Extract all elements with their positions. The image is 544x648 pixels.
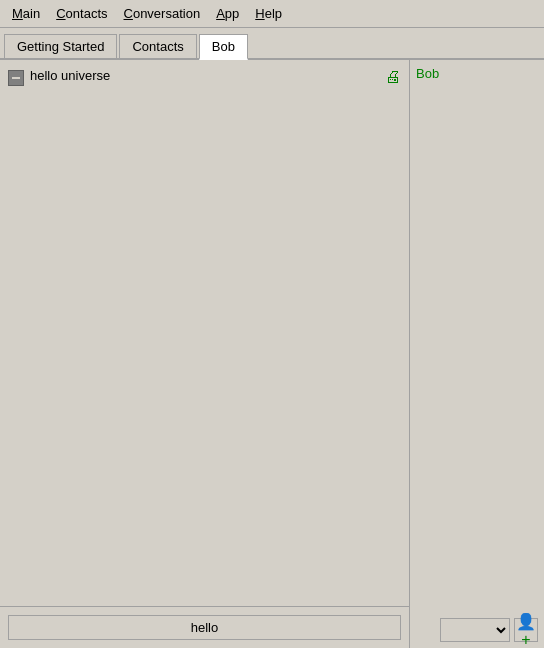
menu-help[interactable]: Help — [247, 4, 290, 23]
menu-conversation[interactable]: Conversation — [116, 4, 209, 23]
status-dropdown[interactable]: Available Away Busy — [440, 618, 510, 642]
menu-bar: Main Contacts Conversation App Help — [0, 0, 544, 28]
right-panel: Bob Available Away Busy 👤+ — [410, 60, 544, 648]
tab-bob[interactable]: Bob — [199, 34, 248, 60]
tab-contacts[interactable]: Contacts — [119, 34, 196, 58]
input-area — [0, 606, 409, 648]
chat-area: hello universe 🖨 — [0, 60, 409, 606]
menu-main[interactable]: Main — [4, 4, 48, 23]
left-panel: hello universe 🖨 — [0, 60, 410, 648]
message-text: hello universe — [30, 68, 110, 83]
add-contact-button[interactable]: 👤+ — [514, 618, 538, 642]
message-input[interactable] — [8, 615, 401, 640]
menu-app[interactable]: App — [208, 4, 247, 23]
send-icon[interactable]: 🖨 — [385, 68, 401, 86]
message-row: hello universe 🖨 — [8, 68, 401, 86]
menu-contacts[interactable]: Contacts — [48, 4, 115, 23]
tabs-bar: Getting Started Contacts Bob — [0, 28, 544, 60]
contact-name: Bob — [416, 66, 538, 81]
message-status-icon — [8, 70, 24, 86]
right-panel-bottom: Available Away Busy 👤+ — [416, 618, 538, 642]
main-content: hello universe 🖨 Bob Available Away Busy… — [0, 60, 544, 648]
add-contact-icon: 👤+ — [515, 612, 537, 649]
tab-getting-started[interactable]: Getting Started — [4, 34, 117, 58]
right-panel-spacer — [416, 89, 538, 618]
